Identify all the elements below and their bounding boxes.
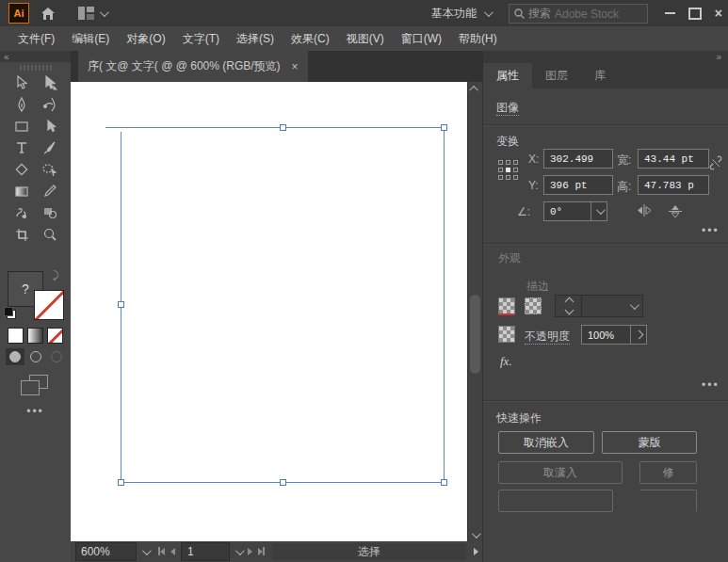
artboard-dropdown-icon[interactable]	[235, 546, 245, 555]
minimize-button[interactable]	[665, 12, 675, 14]
curvature-tool[interactable]	[36, 94, 64, 115]
tab-libraries[interactable]: 库	[581, 63, 619, 88]
draw-inside-icon[interactable]	[47, 348, 66, 365]
quick-action-button[interactable]	[498, 490, 613, 512]
app-logo-icon[interactable]: Ai	[8, 3, 29, 24]
stroke-swatch[interactable]	[525, 297, 542, 314]
pencil-tool[interactable]	[36, 181, 64, 201]
vertical-scrollbar[interactable]	[467, 82, 482, 541]
draw-normal-icon[interactable]	[6, 348, 24, 365]
y-field[interactable]: 396 pt	[543, 175, 613, 195]
height-label: 高:	[617, 179, 631, 195]
transform-more-button[interactable]: •••	[702, 224, 720, 237]
menu-window[interactable]: 窗口(W)	[393, 26, 450, 51]
arrange-documents-icon[interactable]	[78, 7, 106, 20]
fill-stroke-control: ⤸ ?	[0, 269, 71, 326]
close-button[interactable]: ×	[715, 6, 722, 21]
flip-vertical-icon[interactable]	[668, 203, 683, 218]
none-swatch[interactable]	[47, 328, 63, 344]
reference-point-selector[interactable]	[498, 160, 518, 180]
flip-horizontal-icon[interactable]	[636, 203, 653, 217]
status-options-icon[interactable]	[474, 548, 478, 555]
gradient-swatch[interactable]	[27, 328, 43, 344]
menu-select[interactable]: 选择(S)	[228, 26, 283, 51]
stroke-color-box[interactable]	[34, 290, 64, 320]
gradient-tool[interactable]	[8, 181, 36, 201]
quick-action-button[interactable]	[639, 490, 697, 512]
selection-handle[interactable]	[118, 479, 124, 486]
artboard-number-field[interactable]: 1	[181, 542, 230, 561]
next-artboard-icon[interactable]	[248, 548, 252, 555]
menu-help[interactable]: 帮助(H)	[450, 26, 506, 51]
artboard-tool[interactable]	[8, 224, 36, 245]
fx-button[interactable]: fx.	[500, 354, 512, 369]
screen-mode-icon[interactable]	[21, 375, 49, 397]
height-field[interactable]: 47.783 p	[638, 175, 709, 195]
direct-selection-tool[interactable]	[8, 72, 36, 93]
opacity-swatch[interactable]	[498, 326, 515, 343]
pen-tool[interactable]	[8, 94, 36, 115]
selection-handle[interactable]	[441, 124, 447, 131]
close-tab-icon[interactable]: ×	[292, 60, 299, 73]
scrollbar-thumb[interactable]	[470, 295, 480, 374]
menu-file[interactable]: 文件(F)	[9, 26, 63, 51]
canvas[interactable]	[71, 82, 482, 541]
link-broken-icon[interactable]	[707, 154, 724, 171]
type-tool[interactable]	[8, 137, 36, 158]
panel-expand-icon[interactable]: »	[716, 52, 721, 62]
paintbrush-tool[interactable]	[36, 137, 64, 158]
menu-object[interactable]: 对象(O)	[118, 26, 173, 51]
draw-behind-icon[interactable]	[26, 348, 45, 365]
selection-handle[interactable]	[280, 124, 286, 131]
appearance-more-button[interactable]: •••	[702, 378, 720, 392]
x-field[interactable]: 302.499	[543, 149, 613, 169]
scroll-up-icon[interactable]	[468, 82, 482, 95]
menu-view[interactable]: 视图(V)	[338, 26, 393, 51]
zoom-dropdown-icon[interactable]	[142, 546, 152, 555]
shape-builder-tool[interactable]	[36, 202, 64, 223]
tools-grip[interactable]	[20, 65, 52, 71]
zoom-tool[interactable]	[36, 224, 64, 245]
stroke-weight-stepper[interactable]	[555, 295, 583, 317]
opacity-label[interactable]: 不透明度	[525, 329, 570, 345]
selection-handle[interactable]	[280, 479, 286, 486]
more-tools-button[interactable]: •••	[0, 405, 71, 418]
selection-handle[interactable]	[118, 301, 124, 308]
selection-handle[interactable]	[441, 479, 447, 486]
angle-dropdown[interactable]	[590, 201, 607, 221]
tab-layers[interactable]: 图层	[532, 63, 581, 88]
menu-effect[interactable]: 效果(C)	[283, 26, 338, 51]
blend-tool[interactable]	[8, 202, 36, 223]
eraser-tool[interactable]	[8, 159, 36, 180]
default-fill-stroke-icon[interactable]	[4, 307, 16, 319]
tab-properties[interactable]: 属性	[483, 63, 532, 88]
unembed-button[interactable]: 取消嵌入	[498, 431, 594, 454]
selection-tool[interactable]	[36, 72, 64, 93]
document-tab[interactable]: 序( 文@ 文字( @ @ 600% (RGB/预览) ×	[78, 51, 308, 82]
stroke-weight-dropdown[interactable]	[581, 295, 643, 317]
width-field[interactable]: 43.44 pt	[638, 149, 709, 169]
home-icon[interactable]	[40, 7, 56, 21]
previous-artboard-icon[interactable]	[170, 548, 175, 555]
scroll-down-icon[interactable]	[468, 528, 482, 541]
opacity-field[interactable]: 100%	[581, 325, 638, 345]
quick-action-button[interactable]: 修	[639, 461, 697, 484]
last-artboard-icon[interactable]	[258, 545, 265, 558]
menu-type[interactable]: 文字(T)	[174, 26, 228, 51]
swap-fill-stroke-icon[interactable]: ⤸	[53, 269, 59, 281]
anchor-point-tool[interactable]	[36, 116, 64, 136]
quick-action-button[interactable]: 取潇入	[498, 461, 623, 484]
lasso-tool[interactable]	[36, 159, 64, 180]
rectangle-tool[interactable]	[8, 116, 36, 136]
first-artboard-icon[interactable]	[158, 545, 165, 558]
zoom-level-field[interactable]: 600%	[75, 542, 137, 561]
search-input[interactable]: 搜索 Adobe Stock	[509, 4, 648, 24]
menu-edit[interactable]: 编辑(E)	[63, 26, 118, 51]
opacity-options[interactable]	[630, 325, 647, 345]
restore-button[interactable]	[688, 8, 702, 20]
mask-button[interactable]: 蒙版	[602, 431, 697, 454]
color-swatch[interactable]	[8, 328, 24, 344]
workspace-switcher[interactable]: 基本功能	[431, 0, 491, 26]
fill-swatch[interactable]	[498, 297, 515, 315]
tools-collapse[interactable]: «	[0, 51, 71, 62]
